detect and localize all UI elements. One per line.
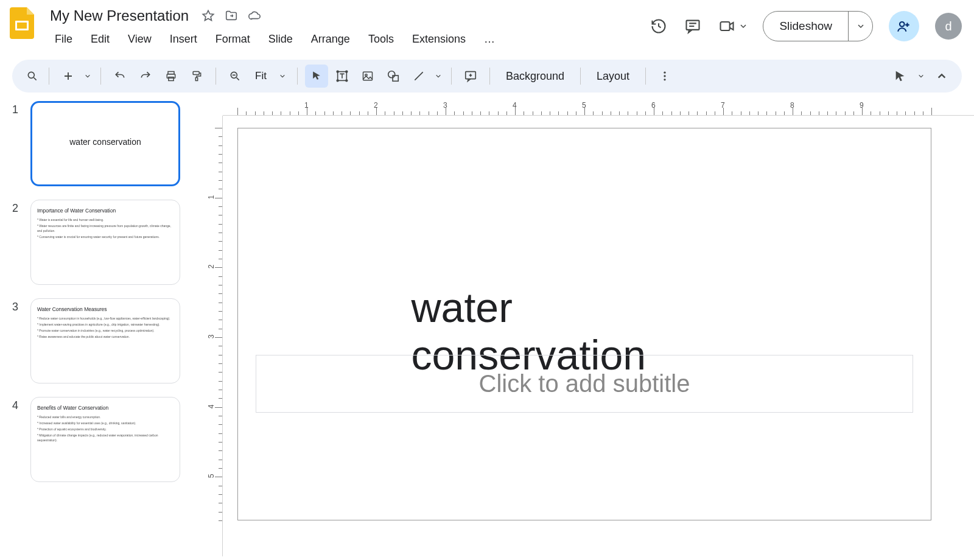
slide-filmstrip[interactable]: 1 water conservation 2 Importance of Wat… [0,101,195,556]
paint-format-button[interactable] [185,65,208,88]
svg-rect-3 [721,22,730,30]
textbox-tool[interactable] [331,65,354,88]
star-icon[interactable] [201,9,215,23]
svg-point-22 [664,72,665,74]
menu-format[interactable]: Format [207,29,259,49]
svg-point-13 [337,71,338,72]
more-options-button[interactable] [653,65,676,88]
thumbnail-bullet: * Reduce water consumption in households… [37,316,173,321]
thumbnail-bullet: * Water is essential for life and human … [37,217,173,222]
thumbnail-bullet: * Raise awareness and educate the public… [37,334,173,339]
thumbnail-bullet: * Implement water-saving practices in ag… [37,322,173,327]
menu-view[interactable]: View [119,29,160,49]
print-button[interactable] [159,65,183,88]
new-slide-button[interactable] [57,65,80,88]
menu-arrange[interactable]: Arrange [303,29,359,49]
shape-tool[interactable] [382,65,405,88]
menu-slide[interactable]: Slide [260,29,301,49]
search-menu-button[interactable] [21,65,44,88]
hide-menus-button[interactable] [930,65,953,88]
zoom-level[interactable]: Fit [249,70,273,82]
undo-button[interactable] [108,65,131,88]
svg-rect-9 [193,72,199,75]
svg-point-23 [664,75,665,77]
menu-insert[interactable]: Insert [161,29,206,49]
thumbnail-bullet: * Mitigation of climate change impacts (… [37,433,173,443]
image-tool[interactable] [356,65,379,88]
move-to-folder-icon[interactable] [224,9,239,23]
layout-button[interactable]: Layout [588,70,638,83]
select-tool[interactable] [305,65,328,88]
app-header: My New Presentation File Edit View Inser… [0,0,974,56]
subtitle-placeholder-box[interactable]: Click to add subtitle [256,355,913,413]
toolbar: Fit Background Layout [12,60,962,93]
thumbnail-title: Benefits of Water Conservation [37,405,173,411]
thumbnail-bullet: * Reduced water bills and energy consump… [37,415,173,419]
account-avatar[interactable]: d [935,13,962,40]
slide-number: 4 [12,397,30,412]
slide-number: 3 [12,298,30,313]
comments-icon[interactable] [684,17,702,35]
thumbnail-bullet: * Promote water conservation in industri… [37,328,173,333]
cloud-status-icon[interactable] [247,9,262,23]
svg-point-19 [388,71,395,78]
mode-button[interactable] [889,65,912,88]
line-tool-dropdown[interactable] [433,65,444,88]
svg-point-24 [664,79,665,80]
dropdown-caret-icon[interactable] [740,23,747,30]
slide-canvas[interactable]: water conservation Click to add subtitle [237,128,931,520]
svg-point-14 [346,71,348,72]
svg-point-15 [337,80,338,82]
header-actions: Slideshow d [650,6,962,41]
subtitle-placeholder-text: Click to add subtitle [479,370,690,397]
meet-icon[interactable] [718,17,736,35]
history-icon[interactable] [650,17,668,35]
slides-logo[interactable] [9,6,35,40]
menu-bar: File Edit View Insert Format Slide Arran… [46,29,503,49]
thumbnail-title: water conservation [69,137,141,147]
thumbnail-title: Importance of Water Conservation [37,208,173,214]
menu-edit[interactable]: Edit [82,29,118,49]
slide-thumbnail-2[interactable]: Importance of Water Conservation * Water… [30,200,180,285]
slideshow-button[interactable]: Slideshow [763,12,848,41]
svg-rect-2 [687,21,699,30]
svg-rect-17 [363,72,372,80]
slideshow-button-group: Slideshow [763,11,873,41]
workspace: 1 water conservation 2 Importance of Wat… [0,93,974,556]
svg-point-5 [28,72,34,78]
mode-dropdown[interactable] [916,65,927,88]
redo-button[interactable] [134,65,157,88]
thumbnail-bullet: * Increased water availability for essen… [37,421,173,425]
new-slide-dropdown[interactable] [82,65,93,88]
horizontal-ruler[interactable]: 123456789 [223,101,974,116]
thumbnail-bullet: * Protection of aquatic ecosystems and b… [37,427,173,432]
canvas-area: 123456789 12345 water conservation Click… [195,101,974,556]
zoom-dropdown[interactable] [275,65,290,88]
zoom-out-button[interactable] [223,65,247,88]
svg-rect-8 [169,77,173,81]
menu-extensions[interactable]: Extensions [404,29,474,49]
comment-button[interactable] [459,65,482,88]
thumbnail-title: Water Conservation Measures [37,306,173,312]
doc-title[interactable]: My New Presentation [46,6,192,26]
slide-number: 2 [12,200,30,215]
menu-file[interactable]: File [46,29,81,49]
background-button[interactable]: Background [497,70,573,83]
svg-rect-10 [195,78,197,81]
svg-point-16 [346,80,348,82]
slideshow-dropdown[interactable] [848,12,872,41]
share-button[interactable] [889,11,919,41]
menu-overflow[interactable]: … [475,29,503,49]
title-area: My New Presentation File Edit View Inser… [46,6,503,49]
slide-number: 1 [12,101,30,116]
vertical-ruler[interactable]: 12345 [208,116,223,556]
slide-thumbnail-4[interactable]: Benefits of Water Conservation * Reduced… [30,397,180,482]
line-tool[interactable] [407,65,430,88]
menu-tools[interactable]: Tools [360,29,402,49]
svg-point-4 [900,22,905,27]
svg-rect-20 [393,75,398,81]
thumbnail-bullet: * Conserving water is crucial for ensuri… [37,234,173,239]
slide-thumbnail-1[interactable]: water conservation [30,101,180,186]
svg-rect-1 [17,23,27,29]
slide-thumbnail-3[interactable]: Water Conservation Measures * Reduce wat… [30,298,180,383]
